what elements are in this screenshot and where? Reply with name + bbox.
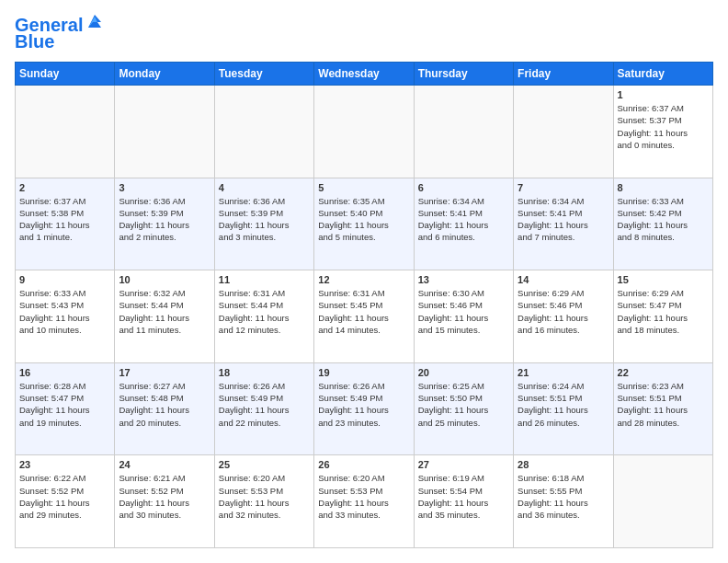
day-number: 13 [418,274,509,285]
calendar-cell: 21Sunrise: 6:24 AM Sunset: 5:51 PM Dayli… [514,362,613,455]
day-info: Sunrise: 6:34 AM Sunset: 5:41 PM Dayligh… [418,195,509,244]
calendar-cell: 13Sunrise: 6:30 AM Sunset: 5:46 PM Dayli… [414,270,513,363]
calendar-cell: 15Sunrise: 6:29 AM Sunset: 5:47 PM Dayli… [613,270,712,363]
logo: General Blue [15,15,105,52]
day-info: Sunrise: 6:31 AM Sunset: 5:45 PM Dayligh… [318,287,409,336]
calendar-cell: 24Sunrise: 6:21 AM Sunset: 5:52 PM Dayli… [115,455,214,548]
calendar-cell [314,86,414,178]
day-info: Sunrise: 6:26 AM Sunset: 5:49 PM Dayligh… [219,380,310,429]
calendar-cell: 23Sunrise: 6:22 AM Sunset: 5:52 PM Dayli… [16,455,115,548]
day-number: 19 [318,367,409,378]
col-header-thursday: Thursday [414,63,513,86]
calendar-cell [414,86,513,178]
day-info: Sunrise: 6:37 AM Sunset: 5:38 PM Dayligh… [19,195,110,244]
day-info: Sunrise: 6:30 AM Sunset: 5:46 PM Dayligh… [418,287,509,336]
day-number: 22 [618,367,709,378]
col-header-tuesday: Tuesday [214,63,313,86]
day-info: Sunrise: 6:35 AM Sunset: 5:40 PM Dayligh… [318,195,409,244]
calendar-cell: 14Sunrise: 6:29 AM Sunset: 5:46 PM Dayli… [514,270,613,363]
calendar-cell: 12Sunrise: 6:31 AM Sunset: 5:45 PM Dayli… [314,270,414,363]
day-number: 27 [418,459,509,470]
day-number: 4 [219,182,310,193]
calendar-header-row: SundayMondayTuesdayWednesdayThursdayFrid… [16,63,713,86]
day-number: 6 [418,182,509,193]
day-info: Sunrise: 6:20 AM Sunset: 5:53 PM Dayligh… [318,472,409,521]
day-info: Sunrise: 6:25 AM Sunset: 5:50 PM Dayligh… [418,380,509,429]
calendar-cell: 18Sunrise: 6:26 AM Sunset: 5:49 PM Dayli… [214,362,313,455]
calendar-cell: 6Sunrise: 6:34 AM Sunset: 5:41 PM Daylig… [414,178,513,270]
day-info: Sunrise: 6:31 AM Sunset: 5:44 PM Dayligh… [219,287,310,336]
day-info: Sunrise: 6:27 AM Sunset: 5:48 PM Dayligh… [119,380,210,429]
day-number: 9 [19,274,110,285]
day-number: 1 [618,89,709,100]
calendar-cell: 20Sunrise: 6:25 AM Sunset: 5:50 PM Dayli… [414,362,513,455]
day-number: 14 [518,274,609,285]
col-header-friday: Friday [514,63,613,86]
day-info: Sunrise: 6:26 AM Sunset: 5:49 PM Dayligh… [318,380,409,429]
calendar-table: SundayMondayTuesdayWednesdayThursdayFrid… [15,62,713,548]
day-number: 16 [19,367,110,378]
day-number: 26 [318,459,409,470]
logo-icon [85,11,105,31]
day-number: 18 [219,367,310,378]
calendar-cell: 7Sunrise: 6:34 AM Sunset: 5:41 PM Daylig… [514,178,613,270]
day-number: 23 [19,459,110,470]
calendar-cell [214,86,313,178]
day-info: Sunrise: 6:36 AM Sunset: 5:39 PM Dayligh… [119,195,210,244]
header: General Blue [15,15,713,52]
day-number: 5 [318,182,409,193]
calendar-cell: 25Sunrise: 6:20 AM Sunset: 5:53 PM Dayli… [214,455,313,548]
col-header-saturday: Saturday [613,63,712,86]
col-header-wednesday: Wednesday [314,63,414,86]
day-number: 25 [219,459,310,470]
calendar-cell: 26Sunrise: 6:20 AM Sunset: 5:53 PM Dayli… [314,455,414,548]
calendar-cell: 2Sunrise: 6:37 AM Sunset: 5:38 PM Daylig… [16,178,115,270]
day-number: 10 [119,274,210,285]
calendar-cell: 22Sunrise: 6:23 AM Sunset: 5:51 PM Dayli… [613,362,712,455]
col-header-sunday: Sunday [16,63,115,86]
page: General Blue SundayMondayTuesdayWednesda… [0,0,728,563]
calendar-cell: 19Sunrise: 6:26 AM Sunset: 5:49 PM Dayli… [314,362,414,455]
calendar-week-1: 2Sunrise: 6:37 AM Sunset: 5:38 PM Daylig… [16,178,713,270]
day-info: Sunrise: 6:29 AM Sunset: 5:47 PM Dayligh… [618,287,709,336]
day-number: 7 [518,182,609,193]
calendar-cell: 9Sunrise: 6:33 AM Sunset: 5:43 PM Daylig… [16,270,115,363]
calendar-cell: 11Sunrise: 6:31 AM Sunset: 5:44 PM Dayli… [214,270,313,363]
day-number: 24 [119,459,210,470]
day-info: Sunrise: 6:36 AM Sunset: 5:39 PM Dayligh… [219,195,310,244]
day-info: Sunrise: 6:19 AM Sunset: 5:54 PM Dayligh… [418,472,509,521]
calendar-cell: 3Sunrise: 6:36 AM Sunset: 5:39 PM Daylig… [115,178,214,270]
calendar-cell: 8Sunrise: 6:33 AM Sunset: 5:42 PM Daylig… [613,178,712,270]
day-info: Sunrise: 6:23 AM Sunset: 5:51 PM Dayligh… [618,380,709,429]
calendar-cell: 4Sunrise: 6:36 AM Sunset: 5:39 PM Daylig… [214,178,313,270]
calendar-week-0: 1Sunrise: 6:37 AM Sunset: 5:37 PM Daylig… [16,86,713,178]
calendar-cell [514,86,613,178]
calendar-cell: 17Sunrise: 6:27 AM Sunset: 5:48 PM Dayli… [115,362,214,455]
day-number: 20 [418,367,509,378]
day-info: Sunrise: 6:32 AM Sunset: 5:44 PM Dayligh… [119,287,210,336]
col-header-monday: Monday [115,63,214,86]
day-info: Sunrise: 6:34 AM Sunset: 5:41 PM Dayligh… [518,195,609,244]
day-info: Sunrise: 6:37 AM Sunset: 5:37 PM Dayligh… [618,102,709,151]
calendar-cell: 16Sunrise: 6:28 AM Sunset: 5:47 PM Dayli… [16,362,115,455]
calendar-week-3: 16Sunrise: 6:28 AM Sunset: 5:47 PM Dayli… [16,362,713,455]
day-info: Sunrise: 6:33 AM Sunset: 5:42 PM Dayligh… [618,195,709,244]
calendar-cell [16,86,115,178]
day-number: 12 [318,274,409,285]
day-info: Sunrise: 6:29 AM Sunset: 5:46 PM Dayligh… [518,287,609,336]
day-info: Sunrise: 6:22 AM Sunset: 5:52 PM Dayligh… [19,472,110,521]
calendar-week-4: 23Sunrise: 6:22 AM Sunset: 5:52 PM Dayli… [16,455,713,548]
day-info: Sunrise: 6:28 AM Sunset: 5:47 PM Dayligh… [19,380,110,429]
day-info: Sunrise: 6:24 AM Sunset: 5:51 PM Dayligh… [518,380,609,429]
calendar-week-2: 9Sunrise: 6:33 AM Sunset: 5:43 PM Daylig… [16,270,713,363]
logo-blue: Blue [15,31,54,52]
day-number: 2 [19,182,110,193]
day-number: 15 [618,274,709,285]
calendar-cell: 27Sunrise: 6:19 AM Sunset: 5:54 PM Dayli… [414,455,513,548]
day-number: 28 [518,459,609,470]
day-info: Sunrise: 6:20 AM Sunset: 5:53 PM Dayligh… [219,472,310,521]
day-number: 11 [219,274,310,285]
calendar-cell [115,86,214,178]
calendar-cell: 28Sunrise: 6:18 AM Sunset: 5:55 PM Dayli… [514,455,613,548]
calendar-cell: 10Sunrise: 6:32 AM Sunset: 5:44 PM Dayli… [115,270,214,363]
